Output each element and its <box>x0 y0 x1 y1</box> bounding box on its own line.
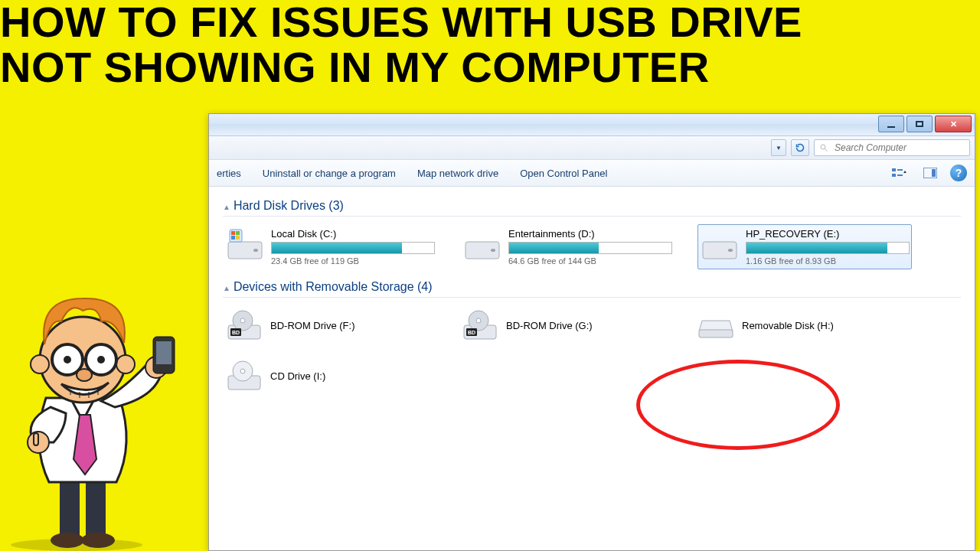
headline: HOW TO FIX ISSUES WITH USB DRIVE NOT SHO… <box>0 0 802 90</box>
collapse-icon: ▲ <box>223 203 230 211</box>
svg-point-14 <box>253 249 258 252</box>
drive-e-free: 1.16 GB free of 8.93 GB <box>746 256 908 266</box>
device-i-label: CD Drive (I:) <box>270 370 325 382</box>
hard-drive-icon <box>701 228 738 262</box>
svg-point-45 <box>116 355 135 373</box>
svg-rect-42 <box>156 341 172 364</box>
svg-rect-10 <box>231 231 235 235</box>
headline-line-2: NOT SHOWING IN MY COMPUTER <box>0 45 802 90</box>
collapse-icon: ▲ <box>223 284 230 292</box>
view-options-button[interactable] <box>889 164 910 182</box>
removable-disk-icon <box>697 308 734 342</box>
svg-point-51 <box>77 369 92 381</box>
svg-point-50 <box>97 356 105 364</box>
device-f-label: BD-ROM Drive (F:) <box>270 320 355 331</box>
hard-drive-icon <box>464 228 501 262</box>
refresh-icon <box>795 143 805 152</box>
svg-point-37 <box>81 533 115 548</box>
svg-rect-7 <box>932 169 936 177</box>
titlebar[interactable] <box>209 114 975 136</box>
drive-e-label: HP_RECOVERY (E:) <box>746 228 908 240</box>
svg-rect-29 <box>699 330 733 337</box>
headline-line-1: HOW TO FIX ISSUES WITH USB DRIVE <box>0 0 802 45</box>
svg-point-16 <box>491 249 495 252</box>
help-button[interactable]: ? <box>950 165 967 181</box>
drive-e[interactable]: HP_RECOVERY (E:) 1.16 GB free of 8.93 GB <box>697 224 912 269</box>
svg-point-36 <box>51 533 84 548</box>
bd-rom-drive-icon: BD <box>226 308 263 342</box>
uninstall-programs-button[interactable]: Uninstall or change a program <box>263 168 396 179</box>
svg-rect-34 <box>60 474 80 536</box>
svg-point-21 <box>240 318 245 323</box>
svg-point-0 <box>821 145 825 149</box>
svg-rect-13 <box>236 236 240 240</box>
bd-rom-drive-icon: BD <box>462 308 498 342</box>
search-input[interactable] <box>833 142 965 154</box>
hard-disk-header[interactable]: ▲Hard Disk Drives (3) <box>223 199 961 217</box>
content-area: ▲Hard Disk Drives (3) Local Disk (C:) 23… <box>209 187 975 416</box>
drive-c-free: 23.4 GB free of 119 GB <box>271 256 433 266</box>
search-box[interactable] <box>814 139 970 156</box>
address-bar: ▼ <box>209 136 975 160</box>
svg-point-32 <box>240 369 245 373</box>
map-network-drive-button[interactable]: Map network drive <box>417 168 498 179</box>
svg-rect-11 <box>236 231 240 235</box>
device-h-label: Removable Disk (H:) <box>742 320 834 331</box>
svg-point-49 <box>64 356 71 364</box>
device-f[interactable]: BD BD-ROM Drive (F:) <box>223 305 436 345</box>
device-g[interactable]: BD BD-ROM Drive (G:) <box>459 305 671 345</box>
close-button[interactable] <box>935 116 972 132</box>
svg-text:BD: BD <box>468 330 475 335</box>
open-control-panel-button[interactable]: Open Control Panel <box>520 168 607 179</box>
svg-point-44 <box>31 355 49 373</box>
drive-c[interactable]: Local Disk (C:) 23.4 GB free of 119 GB <box>223 224 437 269</box>
svg-rect-39 <box>34 433 38 445</box>
history-dropdown-button[interactable]: ▼ <box>771 139 786 156</box>
cartoon-character <box>0 245 207 551</box>
svg-rect-12 <box>231 236 235 240</box>
svg-point-26 <box>476 318 481 323</box>
svg-rect-2 <box>892 168 896 171</box>
svg-text:BD: BD <box>232 330 240 335</box>
svg-line-1 <box>825 149 828 152</box>
device-i[interactable]: CD Drive (I:) <box>223 356 436 396</box>
drive-d-usage-bar <box>508 242 672 254</box>
drive-d-label: Entertainments (D:) <box>508 228 671 240</box>
properties-button-partial[interactable]: erties <box>217 168 241 179</box>
refresh-button[interactable] <box>791 139 809 156</box>
drive-d[interactable]: Entertainments (D:) 64.6 GB free of 144 … <box>460 224 675 269</box>
search-icon <box>819 143 828 152</box>
drive-e-usage-bar <box>746 242 910 254</box>
preview-pane-button[interactable] <box>920 164 941 182</box>
svg-rect-35 <box>86 474 106 536</box>
cd-drive-icon <box>226 359 263 393</box>
drive-c-label: Local Disk (C:) <box>271 228 433 240</box>
explorer-window: ▼ erties Uninstall or change a program M… <box>208 113 975 551</box>
minimize-button[interactable] <box>878 116 904 132</box>
svg-rect-3 <box>892 174 896 177</box>
removable-header[interactable]: ▲Devices with Removable Storage (4) <box>223 280 961 298</box>
device-h[interactable]: Removable Disk (H:) <box>694 305 907 345</box>
svg-point-18 <box>728 249 733 252</box>
device-g-label: BD-ROM Drive (G:) <box>506 320 593 331</box>
maximize-button[interactable] <box>906 116 933 132</box>
command-bar: erties Uninstall or change a program Map… <box>209 160 975 187</box>
hard-drive-icon <box>227 228 263 262</box>
drive-c-usage-bar <box>271 242 435 254</box>
drive-d-free: 64.6 GB free of 144 GB <box>508 256 671 266</box>
